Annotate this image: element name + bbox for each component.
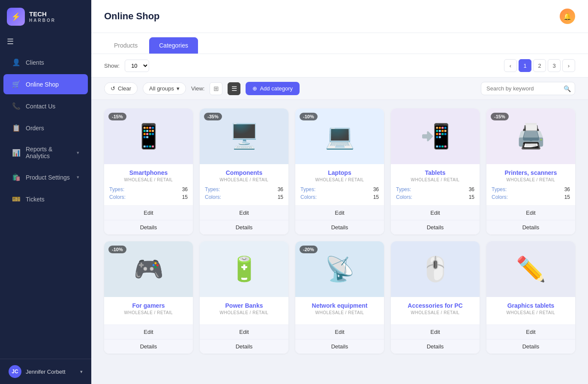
discount-badge: -15% bbox=[491, 113, 509, 120]
types-label: Types: bbox=[205, 186, 220, 192]
sidebar-item-online-shop[interactable]: 🛒 Online Shop bbox=[3, 74, 88, 94]
discount-badge: -10% bbox=[300, 113, 318, 120]
category-image-icon: 🖨️ bbox=[516, 108, 546, 164]
chevron-down-icon: ▾ bbox=[77, 150, 79, 156]
list-view-button[interactable]: ☰ bbox=[228, 82, 240, 95]
card-actions: Edit Details bbox=[295, 324, 384, 354]
sidebar-item-product-settings[interactable]: 🛍️ Product Settings ▾ bbox=[3, 167, 88, 187]
card-subtitle: WHOLESALE / RETAIL bbox=[492, 177, 570, 182]
colors-label: Colors: bbox=[109, 194, 126, 200]
add-category-button[interactable]: ⊕ Add category bbox=[246, 82, 300, 95]
notification-bell[interactable]: 🔔 bbox=[560, 9, 575, 24]
category-image-icon: 📲 bbox=[420, 108, 450, 164]
sidebar-item-clients[interactable]: 👤 Clients bbox=[3, 52, 88, 72]
search-icon[interactable]: 🔍 bbox=[564, 85, 571, 92]
categories-grid: -15% 📱 Smartphones WHOLESALE / RETAIL Ty… bbox=[104, 108, 575, 354]
toolbar: Show: 10 20 50 ‹ 1 2 3 › bbox=[91, 54, 588, 78]
details-button[interactable]: Details bbox=[295, 220, 384, 234]
category-card-smartphones: -15% 📱 Smartphones WHOLESALE / RETAIL Ty… bbox=[104, 108, 193, 234]
edit-button[interactable]: Edit bbox=[486, 206, 575, 220]
edit-button[interactable]: Edit bbox=[104, 325, 193, 339]
category-image-icon: 📡 bbox=[325, 241, 355, 297]
avatar: JC bbox=[9, 365, 21, 378]
colors-label: Colors: bbox=[396, 194, 412, 200]
card-body: Network equipment WHOLESALE / RETAIL bbox=[295, 297, 384, 324]
card-body: Laptops WHOLESALE / RETAIL Types: 36 Col… bbox=[295, 164, 384, 205]
page-2-button[interactable]: 2 bbox=[533, 59, 546, 72]
show-label: Show: bbox=[104, 63, 120, 69]
card-subtitle: WHOLESALE / RETAIL bbox=[396, 177, 474, 182]
tab-products[interactable]: Products bbox=[104, 37, 147, 54]
details-button[interactable]: Details bbox=[104, 220, 193, 234]
pagination: ‹ 1 2 3 › bbox=[504, 59, 575, 72]
edit-button[interactable]: Edit bbox=[200, 325, 288, 339]
clear-button[interactable]: ↺ Clear bbox=[104, 82, 138, 95]
show-select[interactable]: 10 20 50 bbox=[125, 60, 149, 72]
page-3-button[interactable]: 3 bbox=[548, 59, 561, 72]
card-image: 🖱️ bbox=[391, 241, 480, 297]
next-page-button[interactable]: › bbox=[562, 59, 575, 72]
edit-button[interactable]: Edit bbox=[486, 325, 575, 339]
category-image-icon: ✏️ bbox=[516, 241, 546, 297]
discount-badge: -20% bbox=[300, 246, 318, 253]
filter-bar: ↺ Clear All groups ▾ View: ⊞ ☰ ⊕ Add cat… bbox=[91, 78, 588, 100]
card-title: For gamers bbox=[109, 302, 188, 309]
details-button[interactable]: Details bbox=[391, 220, 480, 234]
sidebar: ⚡ TECHHARBOR ☰ 👤 Clients 🛒 Online Shop 📞… bbox=[0, 0, 91, 384]
card-title: Graphics tablets bbox=[492, 302, 570, 309]
edit-button[interactable]: Edit bbox=[391, 325, 480, 339]
page-1-button[interactable]: 1 bbox=[519, 59, 531, 72]
settings-icon: 🛍️ bbox=[12, 173, 21, 181]
edit-button[interactable]: Edit bbox=[104, 206, 193, 220]
prev-page-button[interactable]: ‹ bbox=[504, 59, 517, 72]
tab-categories[interactable]: Categories bbox=[149, 37, 198, 54]
sidebar-item-orders[interactable]: 📋 Orders bbox=[3, 118, 88, 138]
sidebar-item-label: Reports & Analytics bbox=[26, 146, 72, 159]
hamburger-button[interactable]: ☰ bbox=[0, 33, 91, 50]
edit-button[interactable]: Edit bbox=[295, 206, 384, 220]
grid-view-button[interactable]: ⊞ bbox=[210, 82, 222, 95]
card-subtitle: WHOLESALE / RETAIL bbox=[300, 177, 379, 182]
sidebar-item-contact-us[interactable]: 📞 Contact Us bbox=[3, 96, 88, 116]
card-actions: Edit Details bbox=[391, 205, 480, 234]
content-area: -15% 📱 Smartphones WHOLESALE / RETAIL Ty… bbox=[91, 100, 588, 384]
card-body: Accessories for PC WHOLESALE / RETAIL bbox=[391, 297, 480, 324]
colors-row: Colors: 15 bbox=[205, 194, 283, 200]
sidebar-item-reports[interactable]: 📊 Reports & Analytics ▾ bbox=[3, 140, 88, 165]
card-stats: Types: 36 Colors: 15 bbox=[396, 186, 474, 200]
colors-row: Colors: 15 bbox=[109, 194, 188, 200]
colors-value: 15 bbox=[469, 194, 474, 200]
plus-icon: ⊕ bbox=[252, 85, 257, 92]
details-button[interactable]: Details bbox=[200, 339, 288, 354]
types-row: Types: 36 bbox=[109, 186, 188, 192]
logo-text: TECHHARBOR bbox=[29, 10, 56, 23]
types-label: Types: bbox=[300, 186, 315, 192]
details-button[interactable]: Details bbox=[486, 220, 575, 234]
details-button[interactable]: Details bbox=[391, 339, 480, 354]
shop-icon: 🛒 bbox=[12, 80, 21, 88]
details-button[interactable]: Details bbox=[486, 339, 575, 354]
search-wrapper: 🔍 bbox=[481, 82, 575, 95]
sidebar-item-label: Orders bbox=[26, 125, 44, 132]
card-body: Smartphones WHOLESALE / RETAIL Types: 36… bbox=[104, 164, 193, 205]
groups-dropdown[interactable]: All groups ▾ bbox=[143, 82, 186, 95]
card-title: Accessories for PC bbox=[396, 302, 474, 309]
category-card-gamers: -10% 🎮 For gamers WHOLESALE / RETAIL Edi… bbox=[104, 241, 193, 354]
category-image-icon: 📱 bbox=[134, 108, 164, 164]
category-image-icon: 🎮 bbox=[134, 241, 164, 297]
sidebar-item-tickets[interactable]: 🎫 Tickets bbox=[3, 189, 88, 209]
search-input[interactable] bbox=[481, 82, 575, 95]
card-actions: Edit Details bbox=[104, 324, 193, 354]
edit-button[interactable]: Edit bbox=[200, 206, 288, 220]
details-button[interactable]: Details bbox=[295, 339, 384, 354]
edit-button[interactable]: Edit bbox=[391, 206, 480, 220]
clients-icon: 👤 bbox=[12, 58, 21, 66]
category-card-laptops: -10% 💻 Laptops WHOLESALE / RETAIL Types:… bbox=[295, 108, 384, 234]
user-profile[interactable]: JC Jennifer Corbett ▾ bbox=[0, 359, 91, 384]
category-card-components: -35% 🖥️ Components WHOLESALE / RETAIL Ty… bbox=[200, 108, 288, 234]
user-name: Jennifer Corbett bbox=[26, 369, 76, 375]
details-button[interactable]: Details bbox=[104, 339, 193, 354]
details-button[interactable]: Details bbox=[200, 220, 288, 234]
edit-button[interactable]: Edit bbox=[295, 325, 384, 339]
chevron-down-icon: ▾ bbox=[77, 174, 79, 180]
